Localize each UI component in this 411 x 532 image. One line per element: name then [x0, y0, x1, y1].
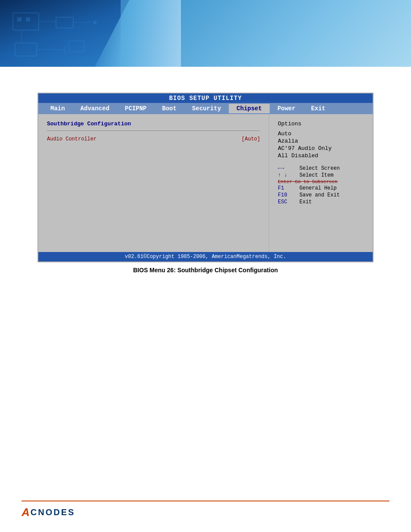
bios-footer: v02.61©Copyright 1985-2006, AmericanMega…	[38, 252, 373, 261]
option-azalia[interactable]: Azalia	[278, 138, 364, 144]
help-f1: F1 General Help	[278, 185, 364, 191]
svg-rect-11	[69, 41, 84, 52]
audio-value: [Auto]	[242, 136, 260, 142]
help-esc: ESC Exit	[278, 199, 364, 205]
help-desc-esc: Exit	[299, 199, 312, 205]
logo-letter-a: A	[22, 506, 30, 519]
circuit-decoration	[4, 4, 116, 62]
help-select-screen: ←→ Select Screen	[278, 165, 364, 171]
option-auto[interactable]: Auto	[278, 131, 364, 137]
svg-rect-8	[15, 43, 37, 56]
option-disabled[interactable]: All Disabled	[278, 152, 364, 159]
option-ac97[interactable]: AC'97 Audio Only	[278, 145, 364, 152]
help-key-f10: F10	[278, 192, 299, 198]
help-key-updown: ↑ ↓	[278, 172, 299, 178]
help-select-item: ↑ ↓ Select Item	[278, 172, 364, 178]
menu-exit[interactable]: Exit	[303, 104, 333, 113]
bios-menubar: Main Advanced PCIPNP Boot Security Chips…	[38, 103, 373, 114]
menu-pcipnp[interactable]: PCIPNP	[117, 104, 154, 113]
header-banner	[0, 0, 411, 67]
svg-rect-1	[17, 17, 22, 22]
menu-chipset[interactable]: Chipset	[229, 104, 270, 113]
acnodes-logo: A CNODES	[22, 506, 389, 519]
options-title: Options	[278, 121, 364, 127]
page-footer: A CNODES	[22, 501, 389, 519]
help-enter-subscreen: Enter Go to Subscreen	[278, 179, 364, 184]
menu-main[interactable]: Main	[43, 104, 73, 113]
bios-right-panel: Options Auto Azalia AC'97 Audio Only All…	[269, 114, 373, 252]
svg-point-7	[93, 21, 97, 24]
help-key-arrows: ←→	[278, 165, 299, 171]
help-desc-f1: General Help	[299, 185, 336, 191]
menu-power[interactable]: Power	[270, 104, 303, 113]
menu-advanced[interactable]: Advanced	[73, 104, 117, 113]
bios-body: Southbridge Configuration Audio Controll…	[38, 114, 373, 252]
audio-label: Audio Controller	[47, 136, 97, 142]
svg-rect-5	[56, 17, 73, 28]
help-desc-item: Select Item	[299, 172, 333, 178]
help-desc-f10: Save and Exit	[299, 192, 340, 198]
menu-boot[interactable]: Boot	[154, 104, 184, 113]
help-key-f1: F1	[278, 185, 299, 191]
bios-title: BIOS SETUP UTILITY	[38, 93, 373, 103]
help-section: ←→ Select Screen ↑ ↓ Select Item Enter G…	[278, 165, 364, 205]
section-title: Southbridge Configuration	[47, 121, 260, 127]
config-row-audio[interactable]: Audio Controller [Auto]	[47, 136, 260, 142]
bios-caption: BIOS Menu 26: Southbridge Chipset Config…	[22, 267, 389, 274]
help-f10: F10 Save and Exit	[278, 192, 364, 198]
bios-utility-box: BIOS SETUP UTILITY Main Advanced PCIPNP …	[37, 93, 374, 262]
logo-text: CNODES	[31, 507, 75, 517]
section-divider	[47, 131, 260, 131]
menu-security[interactable]: Security	[184, 104, 229, 113]
svg-rect-2	[26, 17, 30, 22]
help-desc-screen: Select Screen	[299, 165, 340, 171]
help-key-esc: ESC	[278, 199, 299, 205]
bios-left-panel: Southbridge Configuration Audio Controll…	[38, 114, 269, 252]
main-content: BIOS SETUP UTILITY Main Advanced PCIPNP …	[0, 67, 411, 286]
